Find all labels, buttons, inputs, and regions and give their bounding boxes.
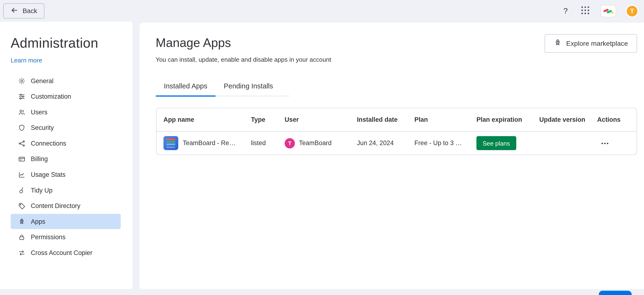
sidebar-item-tidy-up[interactable]: Tidy Up: [11, 182, 121, 198]
sidebar-item-label: Security: [31, 124, 54, 131]
sidebar-item-cross-account-copier[interactable]: Cross Account Copier: [11, 245, 121, 260]
column-header-installed-date: Installed date: [357, 116, 414, 123]
back-button-label: Back: [22, 7, 37, 15]
sidebar-item-usage-stats[interactable]: Usage Stats: [11, 167, 121, 182]
users-icon: [18, 108, 26, 116]
table-header-row: App name Type User Installed date Plan P…: [156, 108, 636, 131]
main-header: Manage Apps You can install, update, ena…: [140, 23, 644, 63]
column-header-update-version: Update version: [539, 116, 597, 123]
cell-installed-date: Jun 24, 2024: [357, 139, 414, 147]
page-title: Manage Apps: [156, 36, 331, 50]
sidebar-item-label: Cross Account Copier: [31, 249, 92, 256]
column-header-user: User: [285, 116, 357, 123]
sidebar-item-label: Tidy Up: [31, 187, 52, 194]
topbar-right-cluster: ? T: [561, 5, 638, 17]
user-avatar[interactable]: T: [626, 5, 638, 17]
sidebar-item-content-directory[interactable]: Content Directory: [11, 198, 121, 213]
learn-more-link[interactable]: Learn more: [11, 57, 42, 64]
rocket-icon: [18, 218, 26, 225]
column-header-actions: Actions: [597, 116, 636, 123]
cell-plan-expiration: See plans: [476, 136, 539, 150]
cell-app-name: TeamBoard TeamBoard - Re…: [164, 136, 251, 150]
cell-actions: •••: [597, 139, 636, 147]
marketplace-rocket-icon: [554, 38, 562, 48]
sidebar-item-general[interactable]: General: [11, 73, 121, 88]
sidebar-item-label: Billing: [31, 155, 48, 162]
sidebar-title: Administration: [11, 35, 132, 51]
credit-card-icon: [18, 155, 26, 162]
app-name-text: TeamBoard - Re…: [183, 139, 236, 147]
column-header-app-name: App name: [164, 116, 251, 123]
sidebar-item-apps[interactable]: Apps: [11, 214, 121, 229]
share-nodes-icon: [18, 140, 26, 147]
sliders-icon: [18, 93, 26, 100]
cell-plan: Free - Up to 3 …: [414, 139, 476, 147]
column-header-plan: Plan: [414, 116, 476, 123]
page: Back ? T Administration L: [0, 0, 644, 295]
page-subtitle: You can install, update, enable and disa…: [156, 56, 331, 63]
sidebar-item-label: Content Directory: [31, 202, 80, 209]
column-header-plan-expiration: Plan expiration: [476, 116, 539, 123]
lock-icon: [18, 233, 26, 241]
shield-icon: [18, 124, 26, 131]
help-button[interactable]: Help: [599, 291, 632, 295]
sidebar-menu: General Customization Users Security Con…: [0, 73, 132, 260]
sidebar-item-label: Permissions: [31, 233, 66, 241]
explore-marketplace-label: Explore marketplace: [566, 40, 628, 48]
broom-icon: [18, 187, 26, 194]
gear-icon: [18, 77, 26, 85]
actions-menu-icon[interactable]: •••: [597, 140, 609, 146]
see-plans-button[interactable]: See plans: [476, 136, 516, 150]
user-name-text: TeamBoard: [299, 139, 332, 147]
tab-pending-installs[interactable]: Pending Installs: [216, 78, 281, 96]
top-bar: Back ? T: [0, 0, 644, 22]
sidebar-item-label: Connections: [31, 140, 66, 147]
teamboard-app-logo: TeamBoard: [164, 136, 178, 150]
sidebar-item-label: Customization: [31, 93, 71, 100]
installed-apps-table: App name Type User Installed date Plan P…: [156, 108, 637, 155]
monday-logo[interactable]: [600, 5, 616, 17]
cell-user: T TeamBoard: [285, 138, 357, 148]
sidebar-item-connections[interactable]: Connections: [11, 136, 121, 151]
cell-type: listed: [251, 139, 285, 147]
sidebar-item-label: Apps: [31, 218, 45, 225]
sidebar-item-label: Usage Stats: [31, 171, 66, 178]
help-question-icon[interactable]: ?: [561, 7, 570, 16]
sidebar-item-billing[interactable]: Billing: [11, 151, 121, 167]
apps-grid-icon[interactable]: [580, 5, 591, 17]
sidebar-item-label: Users: [31, 108, 47, 116]
sidebar-item-customization[interactable]: Customization: [11, 89, 121, 104]
tag-icon: [18, 202, 26, 209]
arrow-left-icon: [10, 6, 18, 16]
sidebar-item-label: General: [31, 77, 53, 85]
sidebar-item-users[interactable]: Users: [11, 104, 121, 120]
sidebar-item-security[interactable]: Security: [11, 120, 121, 135]
admin-sidebar: Administration Learn more General Custom…: [0, 22, 132, 289]
sidebar-item-permissions[interactable]: Permissions: [11, 229, 121, 245]
chart-icon: [18, 171, 26, 178]
column-header-type: Type: [251, 116, 285, 123]
table-row: TeamBoard TeamBoard - Re… listed T TeamB…: [156, 131, 636, 155]
app-logo-text: TeamBoard: [166, 146, 175, 148]
user-avatar-pink: T: [285, 138, 295, 148]
explore-marketplace-button[interactable]: Explore marketplace: [544, 34, 637, 53]
apps-tabs: Installed Apps Pending Installs: [156, 78, 290, 96]
main-panel: Manage Apps You can install, update, ena…: [140, 23, 644, 289]
back-button[interactable]: Back: [3, 3, 44, 19]
transfer-arrows-icon: [18, 249, 26, 256]
tab-installed-apps[interactable]: Installed Apps: [156, 78, 216, 96]
